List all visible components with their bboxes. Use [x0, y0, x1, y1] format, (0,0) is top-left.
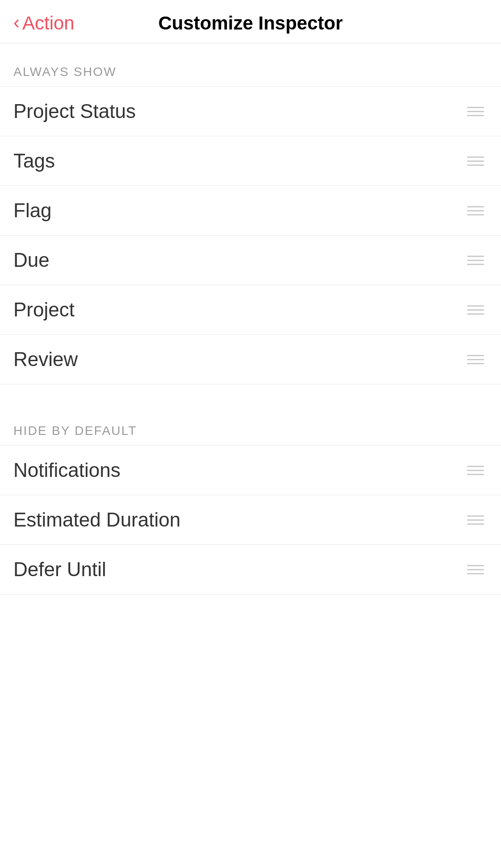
page-title: Customize Inspector — [158, 13, 342, 34]
list-item[interactable]: Flag — [0, 185, 501, 235]
drag-handle-icon[interactable] — [463, 563, 488, 576]
drag-handle-icon[interactable] — [463, 254, 488, 267]
section-header-hide-by-default: HIDE BY DEFAULT — [0, 402, 501, 445]
item-label: Estimated Duration — [13, 509, 180, 531]
list-item[interactable]: Project Status — [0, 86, 501, 136]
item-label: Project Status — [13, 100, 136, 122]
item-label: Tags — [13, 150, 55, 172]
back-chevron-icon: ‹ — [13, 13, 20, 32]
item-label: Due — [13, 249, 50, 271]
content: ALWAYS SHOW Project Status Tags Flag — [0, 43, 501, 594]
drag-handle-icon[interactable] — [463, 155, 488, 168]
drag-handle-icon[interactable] — [463, 353, 488, 366]
list-item[interactable]: Notifications — [0, 445, 501, 495]
list-item[interactable]: Defer Until — [0, 544, 501, 594]
back-button[interactable]: ‹ Action — [13, 13, 75, 34]
list-item[interactable]: Project — [0, 285, 501, 334]
back-label: Action — [22, 13, 75, 34]
section-header-always-show: ALWAYS SHOW — [0, 43, 501, 86]
list-item[interactable]: Review — [0, 334, 501, 384]
drag-handle-icon[interactable] — [463, 514, 488, 527]
nav-bar: ‹ Action Customize Inspector — [0, 0, 501, 43]
list-item[interactable]: Estimated Duration — [0, 495, 501, 544]
list-item[interactable]: Tags — [0, 136, 501, 185]
drag-handle-icon[interactable] — [463, 464, 488, 477]
drag-handle-icon[interactable] — [463, 204, 488, 217]
section-always-show: ALWAYS SHOW Project Status Tags Flag — [0, 43, 501, 384]
list-item[interactable]: Due — [0, 235, 501, 285]
drag-handle-icon[interactable] — [463, 303, 488, 316]
item-label: Defer Until — [13, 558, 106, 581]
item-label: Flag — [13, 199, 52, 222]
section-hide-by-default: HIDE BY DEFAULT Notifications Estimated … — [0, 402, 501, 594]
drag-handle-icon[interactable] — [463, 105, 488, 118]
item-label: Project — [13, 299, 75, 321]
item-label: Review — [13, 348, 78, 371]
item-label: Notifications — [13, 459, 121, 481]
